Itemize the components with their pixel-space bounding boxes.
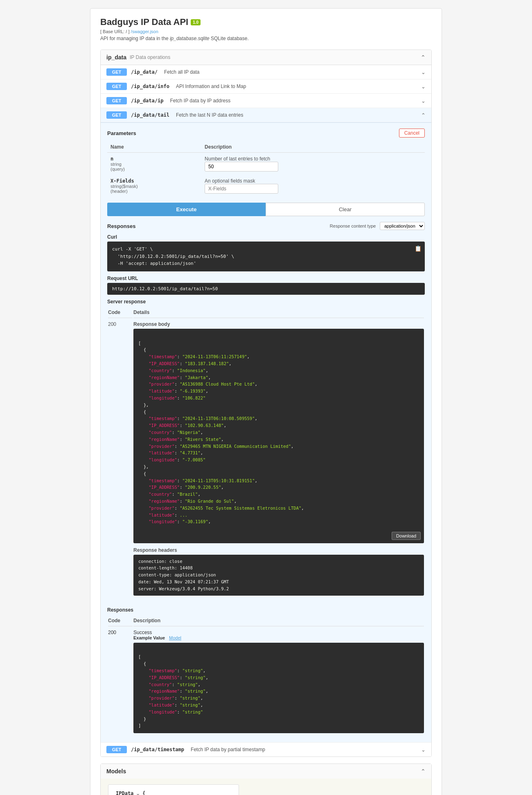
- param-type-n: string(query): [110, 162, 198, 172]
- tail-expanded-panel: Parameters Cancel Name Description n str…: [101, 122, 431, 742]
- section-subtitle: IP Data operations: [130, 54, 170, 60]
- responses-codes-table: Code Description 200 Success Example Val…: [107, 615, 425, 737]
- section-chevron-icon: ⌃: [421, 54, 426, 61]
- endpoint-row-tail[interactable]: GET /ip_data/tail Fetch the last N IP da…: [101, 108, 431, 122]
- endpoint-path: /ip_data/ip: [131, 98, 163, 104]
- models-section: Models ⌃ IPData ⌄ { timestamp > {...}: [100, 763, 432, 795]
- responses-label-row: Responses Response content type applicat…: [107, 222, 425, 230]
- example-json-block: [ { "timestamp": "string", "IP_ADDRESS":…: [133, 643, 424, 734]
- response-code-200: 200: [108, 319, 133, 602]
- param-input-n[interactable]: [205, 162, 278, 172]
- section-tag: ip_data: [106, 54, 126, 61]
- api-meta: [ Base URL: / ] /swagger.json: [100, 29, 432, 34]
- endpoint-left: GET /ip_data/ip Fetch IP data by IP addr…: [106, 97, 230, 104]
- method-badge-get: GET: [106, 111, 127, 119]
- endpoint-chevron-icon: ⌃: [421, 112, 426, 118]
- endpoint-desc: API Information and Link to Map: [176, 84, 246, 89]
- example-value-tab[interactable]: Example Value: [133, 635, 165, 640]
- page-container: Badguys IP Data API 1.0 [ Base URL: / ] …: [90, 8, 442, 795]
- content-type-label: Response content type: [330, 224, 376, 228]
- headers-block: connection: close content-length: 14408 …: [133, 555, 424, 596]
- api-title: Badguys IP Data API: [100, 17, 188, 27]
- params-header: Parameters Cancel: [107, 129, 425, 138]
- model-tab[interactable]: Model: [169, 635, 181, 640]
- endpoint-desc-timestamp: Fetch IP data by partial timestamp: [191, 747, 265, 752]
- method-badge-get: GET: [106, 83, 127, 90]
- endpoint-left: GET /ip_data/info API Information and Li…: [106, 83, 246, 90]
- param-type-xfields: string($mask)(header): [110, 184, 198, 194]
- endpoint-path-timestamp: /ip_data/timestamp: [131, 747, 184, 752]
- response-table: Code Details 200 Response body [ { "time…: [107, 307, 425, 603]
- response-details-200: Response body [ { "timestamp": "2024-11-…: [133, 319, 424, 602]
- endpoint-row-by-ip[interactable]: GET /ip_data/ip Fetch IP data by IP addr…: [101, 94, 431, 108]
- models-body: IPData ⌄ { timestamp > {...} IP_ADDRESS …: [101, 779, 431, 795]
- section-header-left: ip_data IP Data operations: [106, 54, 170, 61]
- request-url-label: Request URL: [107, 276, 425, 281]
- response-headers-section: Response headers connection: close conte…: [133, 547, 424, 596]
- endpoint-left: GET /ip_data/ Fetch all IP data: [106, 68, 200, 76]
- ip-data-section: ip_data IP Data operations ⌃ GET /ip_dat…: [100, 50, 432, 757]
- request-url-section: Request URL http://10.12.0.2:5001/ip_dat…: [107, 276, 425, 295]
- params-col-desc: Description: [201, 142, 425, 153]
- response-body-label: Response body: [133, 321, 424, 327]
- server-response-title: Server response: [107, 299, 425, 305]
- response-row-200: 200 Response body [ { "timestamp": "2024…: [108, 319, 424, 602]
- content-type-select[interactable]: application/json: [380, 222, 425, 230]
- param-row-n: n string(query) Number of last entries t…: [107, 153, 425, 175]
- endpoint-desc: Fetch IP data by IP address: [170, 98, 230, 104]
- endpoint-chevron-icon: ⌄: [421, 98, 426, 104]
- params-title: Parameters: [107, 130, 136, 136]
- swagger-link[interactable]: /swagger.json: [131, 29, 158, 34]
- download-button[interactable]: Download: [392, 532, 421, 540]
- execute-button[interactable]: Execute: [107, 203, 266, 216]
- endpoint-left: GET /ip_data/tail Fetch the last N IP da…: [106, 111, 243, 119]
- copy-icon[interactable]: 📋: [415, 244, 422, 253]
- endpoint-left: GET /ip_data/timestamp Fetch IP data by …: [106, 746, 265, 753]
- curl-code-block: curl -X 'GET' \ 'http://10.12.0.2:5001/i…: [107, 242, 425, 271]
- cancel-button[interactable]: Cancel: [399, 129, 425, 138]
- action-buttons: Execute Clear: [107, 203, 425, 216]
- ip-data-section-header[interactable]: ip_data IP Data operations ⌃: [101, 50, 431, 65]
- responses-desc-col: Description: [133, 616, 424, 626]
- models-header[interactable]: Models ⌃: [101, 764, 431, 779]
- curl-label: Curl: [107, 234, 425, 240]
- param-desc-n: Number of last entries to fetch: [205, 156, 422, 162]
- param-name-xfields: X-Fields: [110, 178, 198, 184]
- request-url-block: http://10.12.0.2:5001/ip_data/tail?n=50: [107, 283, 425, 295]
- endpoint-path: /ip_data/: [131, 69, 158, 75]
- responses-codes-title: Responses: [107, 607, 425, 613]
- params-table: Name Description n string(query) Number …: [107, 142, 425, 197]
- method-badge-get: GET: [106, 97, 127, 104]
- version-badge: 1.0: [191, 19, 201, 25]
- responses-code-col: Code: [108, 616, 133, 626]
- response-json-block: [ { "timestamp": "2024-11-13T06:11:25714…: [133, 329, 424, 543]
- endpoint-desc: Fetch all IP data: [164, 69, 200, 75]
- content-type-row: Response content type application/json: [330, 222, 425, 230]
- responses-desc-200: Success Example Value Model [ { "timesta…: [133, 627, 424, 736]
- response-details-header: Details: [133, 308, 424, 318]
- param-row-xfields: X-Fields string($mask)(header) An option…: [107, 175, 425, 197]
- curl-section: Curl curl -X 'GET' \ 'http://10.12.0.2:5…: [107, 234, 425, 271]
- responses-title: Responses: [107, 223, 135, 229]
- response-headers-label: Response headers: [133, 547, 424, 553]
- server-response-section: Server response Code Details 200 Respons…: [107, 299, 425, 603]
- endpoint-chevron-icon: ⌄: [421, 747, 426, 753]
- params-col-name: Name: [107, 142, 201, 153]
- example-tabs: Example Value Model: [133, 635, 424, 640]
- endpoint-path-tail: /ip_data/tail: [131, 112, 169, 118]
- endpoint-row-fetch-all[interactable]: GET /ip_data/ Fetch all IP data ⌄: [101, 65, 431, 79]
- endpoint-row-timestamp[interactable]: GET /ip_data/timestamp Fetch IP data by …: [101, 742, 431, 757]
- endpoint-desc-tail: Fetch the last N IP data entries: [176, 112, 243, 118]
- method-badge-get: GET: [106, 68, 127, 76]
- method-badge-get: GET: [106, 746, 127, 753]
- endpoint-row-info[interactable]: GET /ip_data/info API Information and Li…: [101, 79, 431, 94]
- clear-button[interactable]: Clear: [266, 203, 425, 216]
- base-url-label: [ Base URL: / ]: [100, 29, 130, 34]
- param-desc-xfields: An optional fields mask: [205, 178, 422, 184]
- endpoint-chevron-icon: ⌄: [421, 69, 426, 75]
- endpoint-path: /ip_data/info: [131, 84, 169, 89]
- api-title-row: Badguys IP Data API 1.0: [100, 17, 432, 27]
- endpoint-chevron-icon: ⌄: [421, 84, 426, 90]
- param-input-xfields[interactable]: [205, 184, 278, 194]
- response-code-header: Code: [108, 308, 133, 318]
